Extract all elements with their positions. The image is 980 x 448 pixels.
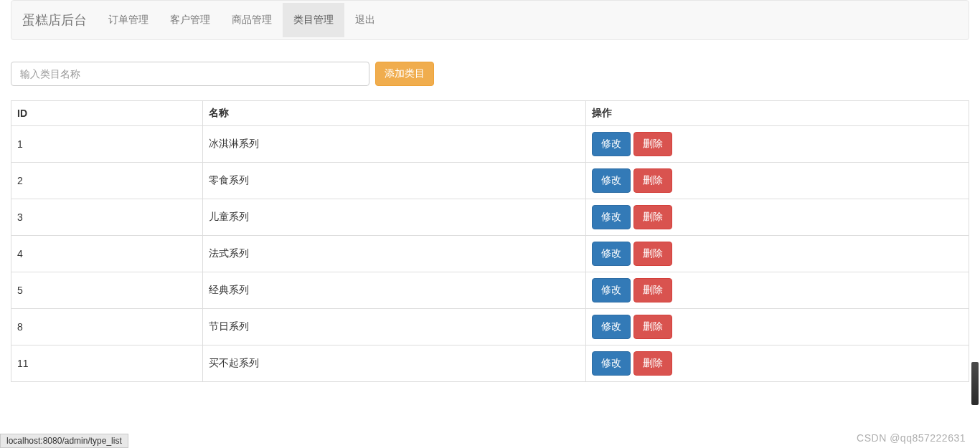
edit-button[interactable]: 修改 [592,242,631,266]
nav-link[interactable]: 退出 [344,3,386,37]
cell-id: 5 [11,272,203,308]
category-table-body: 1冰淇淋系列修改删除2零食系列修改删除3儿童系列修改删除4法式系列修改删除5经典… [11,126,969,382]
col-header-name: 名称 [203,101,586,126]
table-row: 11买不起系列修改删除 [11,345,969,381]
cell-op: 修改删除 [586,199,969,235]
delete-button[interactable]: 删除 [633,205,672,229]
nav-link[interactable]: 客户管理 [159,3,221,37]
cell-name: 法式系列 [203,235,586,272]
col-header-id: ID [11,101,203,126]
cell-op: 修改删除 [586,272,969,308]
cell-id: 3 [11,199,203,235]
nav-item-4[interactable]: 退出 [344,3,386,37]
edit-button[interactable]: 修改 [592,351,631,376]
cell-name: 经典系列 [203,272,586,308]
status-bar: localhost:8080/admin/type_list [0,434,128,448]
navbar-brand[interactable]: 蛋糕店后台 [11,1,98,39]
delete-button[interactable]: 删除 [633,168,672,193]
nav-item-2[interactable]: 商品管理 [221,3,283,37]
cell-name: 儿童系列 [203,199,586,235]
nav-link[interactable]: 类目管理 [283,3,344,37]
add-category-button[interactable]: 添加类目 [375,62,434,86]
edit-button[interactable]: 修改 [592,132,631,156]
edit-button[interactable]: 修改 [592,315,631,339]
cell-id: 4 [11,235,203,272]
edit-button[interactable]: 修改 [592,168,631,193]
edit-button[interactable]: 修改 [592,205,631,229]
cell-op: 修改删除 [586,345,969,381]
nav-item-3[interactable]: 类目管理 [283,3,344,37]
cell-id: 8 [11,308,203,345]
cell-name: 节日系列 [203,308,586,345]
delete-button[interactable]: 删除 [633,351,672,376]
table-row: 4法式系列修改删除 [11,235,969,272]
col-header-op: 操作 [586,101,969,126]
nav-item-1[interactable]: 客户管理 [159,3,221,37]
delete-button[interactable]: 删除 [633,132,672,156]
cell-op: 修改删除 [586,126,969,163]
nav-item-0[interactable]: 订单管理 [98,3,159,37]
cell-id: 2 [11,162,203,199]
cell-id: 1 [11,126,203,163]
category-name-input[interactable] [11,62,369,86]
category-table: ID 名称 操作 1冰淇淋系列修改删除2零食系列修改删除3儿童系列修改删除4法式… [11,100,969,382]
cell-name: 买不起系列 [203,345,586,381]
table-row: 8节日系列修改删除 [11,308,969,345]
delete-button[interactable]: 删除 [633,242,672,266]
table-row: 2零食系列修改删除 [11,162,969,199]
edit-button[interactable]: 修改 [592,278,631,302]
nav-list: 订单管理客户管理商品管理类目管理退出 [98,3,386,37]
table-row: 3儿童系列修改删除 [11,199,969,235]
cell-name: 冰淇淋系列 [203,126,586,163]
delete-button[interactable]: 删除 [633,278,672,302]
cell-op: 修改删除 [586,308,969,345]
delete-button[interactable]: 删除 [633,315,672,339]
cell-op: 修改删除 [586,235,969,272]
scroll-indicator [971,362,979,405]
navbar: 蛋糕店后台 订单管理客户管理商品管理类目管理退出 [11,0,969,40]
nav-link[interactable]: 商品管理 [221,3,283,37]
cell-id: 11 [11,345,203,381]
cell-op: 修改删除 [586,162,969,199]
table-row: 5经典系列修改删除 [11,272,969,308]
watermark: CSDN @qq857222631 [857,432,966,444]
add-category-form: 添加类目 [11,62,969,86]
table-row: 1冰淇淋系列修改删除 [11,126,969,163]
nav-link[interactable]: 订单管理 [98,3,159,37]
cell-name: 零食系列 [203,162,586,199]
